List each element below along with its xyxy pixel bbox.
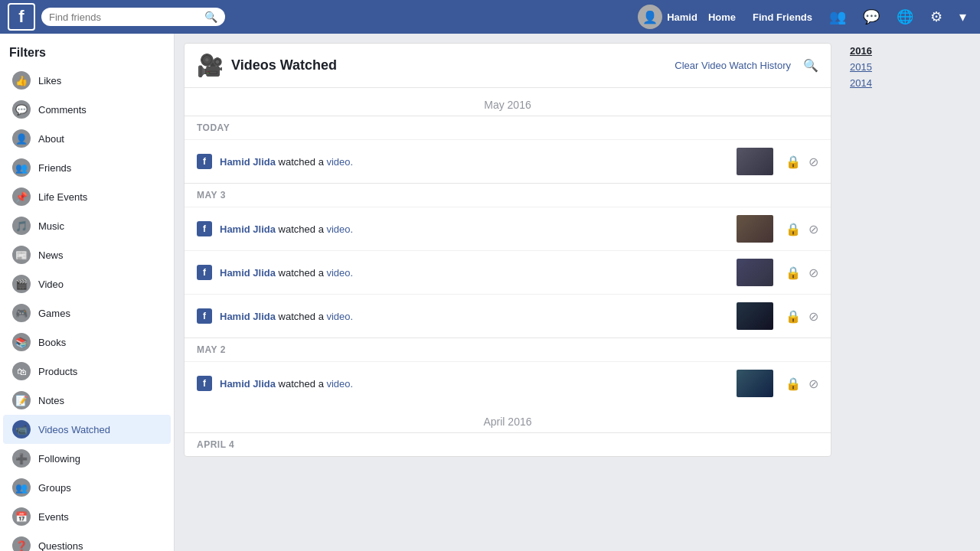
video-link[interactable]: video. bbox=[326, 378, 353, 390]
search-input[interactable] bbox=[49, 11, 201, 23]
video-text: Hamid Jlida watched a video. bbox=[220, 311, 724, 322]
lock-icon[interactable]: 🔒 bbox=[786, 155, 801, 169]
video-thumbnail[interactable] bbox=[737, 259, 773, 286]
clear-history-button[interactable]: Clear Video Watch History bbox=[668, 57, 797, 74]
fb-icon: f bbox=[197, 265, 212, 280]
video-thumbnail[interactable] bbox=[737, 370, 773, 397]
sidebar-label-games: Games bbox=[38, 308, 70, 319]
action-text: watched a bbox=[279, 378, 327, 390]
find-friends-link[interactable]: Find Friends bbox=[746, 8, 818, 26]
friends-icon[interactable]: 👥 bbox=[823, 5, 852, 28]
sidebar-label-comments: Comments bbox=[38, 104, 87, 116]
sidebar-item-events[interactable]: 📅 Events bbox=[3, 502, 171, 531]
search-bar: 🔍 bbox=[41, 8, 225, 26]
avatar: 👤 bbox=[638, 5, 662, 29]
search-history-icon[interactable]: 🔍 bbox=[803, 58, 818, 73]
user-link[interactable]: Hamid Jlida bbox=[220, 223, 276, 235]
lock-icon[interactable]: 🔒 bbox=[786, 266, 801, 280]
fb-icon: f bbox=[197, 376, 212, 391]
home-link[interactable]: Home bbox=[702, 8, 742, 26]
remove-icon[interactable]: ⊘ bbox=[808, 222, 818, 236]
right-sidebar: 201620152014 bbox=[841, 34, 894, 551]
lock-icon[interactable]: 🔒 bbox=[786, 309, 801, 324]
messages-icon[interactable]: 💬 bbox=[857, 5, 886, 28]
events-icon: 📅 bbox=[12, 507, 31, 526]
videos-watched-icon: 🎥 bbox=[197, 53, 224, 78]
fb-icon: f bbox=[197, 221, 212, 236]
video-link[interactable]: video. bbox=[326, 311, 353, 322]
remove-icon[interactable]: ⊘ bbox=[808, 377, 818, 391]
video-link[interactable]: video. bbox=[326, 223, 353, 235]
year-item-2014[interactable]: 2014 bbox=[847, 75, 888, 91]
user-link[interactable]: Hamid Jlida bbox=[220, 311, 276, 322]
settings-icon[interactable]: ⚙ bbox=[924, 5, 949, 28]
video-thumbnail[interactable] bbox=[737, 302, 773, 330]
year-item-2016[interactable]: 2016 bbox=[847, 43, 888, 59]
left-sidebar: Filters 👍 Likes 💬 Comments 👤 About 👥 Fri… bbox=[0, 34, 175, 551]
video-link[interactable]: video. bbox=[326, 156, 353, 168]
year-item-2015[interactable]: 2015 bbox=[847, 59, 888, 75]
sidebar-item-following[interactable]: ➕ Following bbox=[3, 444, 171, 473]
likes-icon: 👍 bbox=[12, 71, 31, 90]
remove-icon[interactable]: ⊘ bbox=[808, 266, 818, 280]
sidebar-label-books: Books bbox=[38, 337, 66, 348]
sidebar-item-books[interactable]: 📚 Books bbox=[3, 328, 171, 357]
video-icon: 🎬 bbox=[12, 275, 31, 293]
sidebar-item-games[interactable]: 🎮 Games bbox=[3, 298, 171, 328]
groups-icon: 👥 bbox=[12, 478, 31, 497]
chevron-down-icon[interactable]: ▾ bbox=[953, 5, 972, 28]
nav-user-profile[interactable]: 👤 Hamid bbox=[638, 5, 697, 29]
sidebar-label-likes: Likes bbox=[38, 75, 61, 86]
sidebar-item-life-events[interactable]: 📌 Life Events bbox=[3, 182, 171, 211]
video-link[interactable]: video. bbox=[326, 267, 353, 279]
sidebar-item-music[interactable]: 🎵 Music bbox=[3, 211, 171, 240]
sidebar-label-video: Video bbox=[38, 279, 64, 290]
sidebar-label-notes: Notes bbox=[38, 395, 64, 406]
following-icon: ➕ bbox=[12, 449, 31, 468]
lock-icon[interactable]: 🔒 bbox=[786, 222, 801, 236]
sidebar-item-comments[interactable]: 💬 Comments bbox=[3, 95, 171, 124]
main-content: 🎥 Videos Watched Clear Video Watch Histo… bbox=[175, 34, 841, 551]
sidebar-item-videos-watched[interactable]: 📹 Videos Watched bbox=[3, 415, 171, 444]
search-icon[interactable]: 🔍 bbox=[204, 11, 217, 23]
remove-icon[interactable]: ⊘ bbox=[808, 155, 818, 169]
globe-icon[interactable]: 🌐 bbox=[890, 5, 920, 28]
month-label-1: April 2016 bbox=[185, 405, 831, 432]
sidebar-label-products: Products bbox=[38, 366, 77, 377]
user-link[interactable]: Hamid Jlida bbox=[220, 156, 276, 168]
videos-watched-icon: 📹 bbox=[12, 420, 31, 439]
video-thumbnail[interactable] bbox=[737, 215, 773, 243]
remove-icon[interactable]: ⊘ bbox=[808, 309, 818, 324]
sidebar-item-friends[interactable]: 👥 Friends bbox=[3, 153, 171, 182]
video-thumbnail[interactable] bbox=[737, 148, 773, 175]
day-header-1-0: APRIL 4 bbox=[185, 432, 831, 456]
day-header-0-1: MAY 3 bbox=[185, 183, 831, 207]
action-text: watched a bbox=[279, 311, 327, 322]
day-header-0-0: TODAY bbox=[185, 116, 831, 139]
sidebar-item-notes[interactable]: 📝 Notes bbox=[3, 386, 171, 415]
sidebar-item-news[interactable]: 📰 News bbox=[3, 240, 171, 269]
user-link[interactable]: Hamid Jlida bbox=[220, 378, 276, 390]
video-action-icons: 🔒 ⊘ bbox=[786, 266, 818, 280]
video-entry: f Hamid Jlida watched a video. 🔒 ⊘ bbox=[185, 250, 831, 294]
topnav-right: 👤 Hamid Home Find Friends 👥 💬 🌐 ⚙ ▾ bbox=[638, 5, 972, 29]
music-icon: 🎵 bbox=[12, 217, 31, 235]
sidebar-label-music: Music bbox=[38, 220, 64, 232]
sidebar-item-video[interactable]: 🎬 Video bbox=[3, 269, 171, 298]
sidebar-label-events: Events bbox=[38, 511, 69, 523]
sidebar-item-groups[interactable]: 👥 Groups bbox=[3, 473, 171, 502]
questions-icon: ❓ bbox=[12, 536, 31, 551]
news-icon: 📰 bbox=[12, 246, 31, 264]
sidebar-item-products[interactable]: 🛍 Products bbox=[3, 357, 171, 386]
user-link[interactable]: Hamid Jlida bbox=[220, 267, 276, 279]
facebook-logo[interactable]: f bbox=[8, 3, 35, 31]
video-entry: f Hamid Jlida watched a video. 🔒 ⊘ bbox=[185, 294, 831, 337]
day-header-0-2: MAY 2 bbox=[185, 337, 831, 361]
sidebar-item-likes[interactable]: 👍 Likes bbox=[3, 66, 171, 95]
lock-icon[interactable]: 🔒 bbox=[786, 377, 801, 391]
sidebar-item-about[interactable]: 👤 About bbox=[3, 124, 171, 153]
user-name-label: Hamid bbox=[667, 11, 697, 23]
products-icon: 🛍 bbox=[12, 362, 31, 380]
sidebar-item-questions[interactable]: ❓ Questions bbox=[3, 531, 171, 551]
games-icon: 🎮 bbox=[12, 304, 31, 322]
